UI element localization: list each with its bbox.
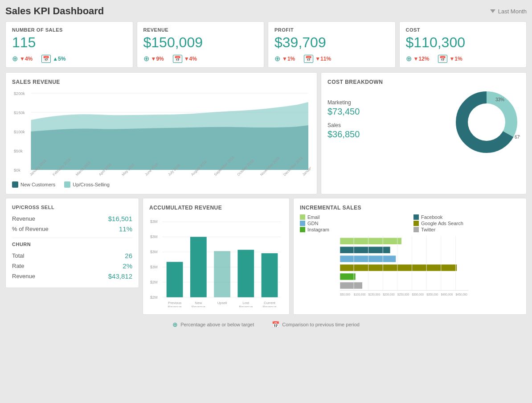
churn-revenue-row: Revenue $43,812 [12, 271, 132, 281]
calendar-icon: 📅 [272, 321, 279, 328]
footer-target: ⊕ Percentage above or below target [172, 321, 254, 328]
calendar-icon-3: 📅 [438, 55, 447, 63]
svg-text:$3M: $3M [150, 265, 158, 269]
sales-revenue-card: SALES REVENUE $200k $150k $100k $50k $0k [5, 72, 317, 194]
kpi-value-2: $39,709 [274, 34, 389, 51]
bottom-left: UP/CROSS SELL Revenue $16,501 % of Reven… [5, 198, 139, 315]
bottom-grid: UP/CROSS SELL Revenue $16,501 % of Reven… [5, 198, 527, 315]
svg-rect-43 [237, 250, 254, 297]
cost-marketing-label: Marketing [327, 99, 449, 106]
divider [12, 238, 132, 238]
accumulated-revenue-card: ACCUMULATED REVENUE $3M $3M $3M $3M $2M … [143, 198, 290, 315]
churn-rate-row: Rate 2% [12, 261, 132, 271]
svg-text:$3M: $3M [150, 219, 158, 224]
legend-upcross: Up/Cross-Selling [64, 181, 110, 188]
header: Sales KPI Dashboard Last Month [5, 5, 527, 17]
legend-email-box [300, 214, 305, 220]
svg-rect-40 [167, 262, 183, 297]
kpi-metric1-val-1: ▼9% [151, 56, 164, 62]
svg-rect-54 [340, 238, 401, 245]
svg-text:$200,000: $200,000 [383, 293, 395, 296]
donut-labels: Marketing $73,450 Sales $36,850 [327, 99, 449, 145]
incremental-sales-title: INCREMENTAL SALES [300, 205, 520, 211]
churn-revenue-value: $43,812 [108, 272, 132, 280]
svg-text:$2M: $2M [150, 295, 158, 300]
upcross-pct-row: % of Revenue 11% [12, 224, 132, 234]
cost-sales-label: Sales [327, 122, 449, 128]
page-title: Sales KPI Dashboard [5, 5, 104, 17]
cost-sales-value: $36,850 [327, 129, 449, 140]
churn-revenue-label: Revenue [12, 273, 35, 280]
kpi-label-3: COST [406, 27, 520, 33]
calendar-icon-0: 📅 [41, 55, 51, 63]
kpi-metric2-2: 📅 ▼11% [304, 54, 331, 63]
legend-gdn: GDN [300, 221, 406, 226]
svg-text:$150k: $150k [14, 111, 25, 115]
upcross-pct-value: 11% [119, 225, 132, 233]
target-icon: ⊕ [172, 321, 178, 328]
legend-twitter-box [413, 227, 419, 232]
svg-text:Revenue: Revenue [168, 305, 182, 307]
kpi-metrics-2: ⊕ ▼1% 📅 ▼11% [274, 54, 389, 63]
cost-marketing: Marketing $73,450 [327, 99, 449, 117]
svg-text:Revenue: Revenue [239, 305, 253, 307]
footer-comparison-text: Comparison to previous time period [282, 322, 360, 327]
kpi-label-0: NUMBER OF SALES [12, 27, 127, 33]
svg-text:67%: 67% [515, 135, 520, 140]
kpi-card-1: REVENUE $150,009 ⊕ ▼9% 📅 ▼4% [137, 21, 265, 68]
legend-instagram-label: Instagram [307, 227, 329, 232]
upcross-pct-label: % of Revenue [12, 226, 49, 232]
svg-text:$300,000: $300,000 [412, 293, 424, 296]
kpi-metric1-2: ⊕ ▼1% [274, 54, 295, 63]
target-icon-2: ⊕ [274, 54, 280, 63]
kpi-value-1: $150,009 [143, 34, 258, 51]
legend-gdn-label: GDN [307, 221, 318, 226]
svg-rect-44 [262, 253, 278, 297]
sales-revenue-title: SALES REVENUE [12, 79, 311, 85]
footer-comparison: 📅 Comparison to previous time period [272, 321, 360, 328]
cost-sales: Sales $36,850 [327, 122, 449, 140]
legend-upcross-box [64, 181, 70, 188]
legend-twitter: Twitter [413, 227, 520, 232]
upcross-title: UP/CROSS SELL [12, 205, 132, 210]
svg-rect-41 [190, 237, 207, 297]
kpi-metric2-val-2: ▼11% [315, 56, 331, 62]
incremental-sales-card: INCREMENTAL SALES Email Facebook GDN [293, 198, 527, 315]
legend-google-ads: Google Ads Search [413, 221, 520, 226]
kpi-value-3: $110,300 [406, 34, 520, 51]
kpi-metric2-val-0: ▲5% [53, 56, 65, 62]
svg-text:$450,000: $450,000 [455, 293, 467, 296]
svg-rect-58 [340, 273, 355, 280]
legend-instagram-box [300, 227, 305, 232]
legend-new-customers: New Customers [12, 181, 55, 188]
kpi-cards-row: NUMBER OF SALES 115 ⊕ ▼4% 📅 ▲5% REVENUE … [5, 21, 527, 68]
legend-facebook-label: Facebook [421, 214, 442, 220]
kpi-metrics-3: ⊕ ▼12% 📅 ▼1% [406, 54, 520, 63]
kpi-label-2: PROFIT [274, 27, 389, 33]
legend-google-ads-box [413, 221, 419, 226]
kpi-metric2-val-3: ▼1% [449, 56, 462, 62]
cost-breakdown-title: COST BREAKDOWN [327, 79, 520, 85]
upcross-revenue-label: Revenue [12, 215, 35, 222]
sales-chart-legend: New Customers Up/Cross-Selling [12, 181, 311, 188]
kpi-label-1: REVENUE [143, 27, 258, 33]
kpi-card-0: NUMBER OF SALES 115 ⊕ ▼4% 📅 ▲5% [5, 21, 133, 68]
kpi-value-0: 115 [12, 34, 127, 51]
footer: ⊕ Percentage above or below target 📅 Com… [5, 319, 527, 330]
legend-facebook: Facebook [413, 214, 520, 220]
svg-text:$350,000: $350,000 [426, 293, 438, 296]
svg-text:Current: Current [264, 301, 276, 305]
kpi-metric1-val-0: ▼4% [20, 56, 33, 62]
svg-text:New: New [195, 301, 202, 305]
svg-rect-56 [340, 255, 396, 262]
kpi-metrics-1: ⊕ ▼9% 📅 ▼4% [143, 54, 258, 63]
calendar-icon-1: 📅 [173, 55, 182, 63]
filter-label: Last Month [498, 8, 527, 15]
cost-breakdown-card: COST BREAKDOWN Marketing $73,450 Sales $… [321, 72, 527, 194]
svg-text:$100,000: $100,000 [354, 293, 366, 296]
svg-rect-57 [340, 264, 457, 271]
svg-text:$400,000: $400,000 [441, 293, 453, 296]
legend-facebook-box [413, 214, 419, 220]
filter-button[interactable]: Last Month [490, 8, 527, 15]
svg-text:$0k: $0k [14, 168, 20, 173]
